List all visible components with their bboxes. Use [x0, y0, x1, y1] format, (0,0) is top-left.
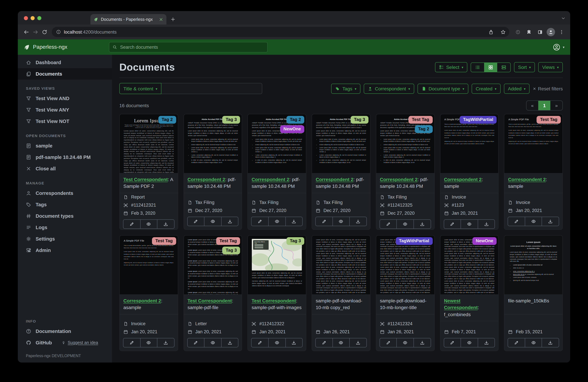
edit-button[interactable] [123, 220, 140, 228]
view-button[interactable] [268, 338, 285, 347]
sidebar-item-correspondents[interactable]: Correspondents [18, 187, 112, 199]
view-button[interactable] [397, 338, 414, 347]
view-button[interactable] [332, 338, 349, 347]
tab-close-icon[interactable] [159, 17, 163, 22]
zoom-window-button[interactable] [37, 16, 41, 20]
views-button[interactable]: Views▾ [538, 62, 563, 72]
edit-button[interactable] [123, 338, 140, 347]
download-button[interactable] [478, 338, 495, 347]
tag-badge[interactable]: Test Tag [152, 237, 176, 245]
edit-button[interactable] [444, 338, 461, 347]
edit-button[interactable] [508, 338, 525, 347]
view-button[interactable] [332, 217, 349, 226]
tag-badge[interactable]: TagWithPartial [460, 116, 497, 124]
back-button[interactable] [22, 27, 31, 37]
view-grid-button[interactable] [484, 63, 497, 72]
document-thumbnail[interactable]: Adobe Acrobat PDF FilesAdobe® Portable D… [248, 114, 306, 173]
extensions-button[interactable] [525, 27, 534, 37]
reset-filters-button[interactable]: ×Reset filters [533, 86, 563, 91]
download-button[interactable] [478, 220, 495, 228]
sidebar-item-test-view-not[interactable]: Test View NOT [18, 116, 112, 127]
correspondent-link[interactable]: Correspondent 2 [252, 177, 289, 182]
sidebar-item-test-view-any[interactable]: Test View ANY [18, 104, 112, 116]
tag-badge[interactable]: Tag 3 [222, 116, 240, 124]
document-thumbnail[interactable]: A Simple PDF FileThis is a small demonst… [440, 114, 498, 173]
sidebar-item-dashboard[interactable]: Dashboard [18, 57, 112, 68]
view-button[interactable] [525, 217, 542, 226]
sidebar-item-document-types[interactable]: Document types [18, 210, 112, 222]
minimize-window-button[interactable] [31, 16, 35, 20]
tag-badge[interactable]: Tag 2 [158, 116, 176, 124]
correspondent-link[interactable]: Correspondent 2 [316, 177, 353, 182]
document-thumbnail[interactable]: Adobe Acrobat PDF FilesAdobe® Portable D… [312, 114, 370, 173]
bookmark-button[interactable] [499, 27, 508, 37]
correspondent-link[interactable]: Test Correspondent [188, 298, 232, 303]
browser-profile-button[interactable] [547, 28, 555, 36]
sidebar-item-logs[interactable]: Logs [18, 222, 112, 233]
tag-badge[interactable]: Tag 3 [351, 116, 368, 124]
filter-tags-button[interactable]: Tags▾ [331, 83, 360, 94]
app-brand[interactable]: Paperless-ngx [23, 44, 67, 50]
download-button[interactable] [157, 220, 174, 228]
edit-button[interactable] [508, 217, 525, 226]
document-thumbnail[interactable]: Boundary Waters TripLorem ipsum dolor si… [248, 236, 306, 294]
view-button[interactable] [140, 220, 157, 228]
sidebar-item-admin[interactable]: Admin [18, 245, 112, 256]
download-button[interactable] [221, 338, 238, 347]
search-input[interactable] [120, 44, 264, 50]
download-button[interactable] [285, 217, 302, 226]
tag-badge[interactable]: NewOne [473, 237, 497, 245]
site-info-icon[interactable] [56, 30, 61, 34]
view-list-button[interactable] [471, 63, 484, 72]
view-button[interactable] [204, 217, 221, 226]
browser-menu-button[interactable] [557, 27, 566, 37]
edit-button[interactable] [252, 217, 268, 226]
pagination-prev[interactable]: « [526, 101, 538, 110]
tag-badge[interactable]: Tag 2 [286, 116, 304, 124]
tag-badge[interactable]: Test Tag [537, 116, 561, 124]
tag-badge[interactable]: NewOne [280, 125, 304, 133]
tag-badge[interactable]: Test Tag [408, 116, 433, 124]
forward-button[interactable] [31, 27, 40, 37]
sidebar-item-sample[interactable]: sample [18, 140, 112, 152]
correspondent-link[interactable]: Correspondent 2 [444, 177, 482, 182]
account-menu[interactable]: ▾ [553, 43, 565, 51]
document-thumbnail[interactable]: Adobe Acrobat PDF FilesAdobe® Portable D… [184, 114, 242, 173]
tag-badge[interactable]: TagWithPartial [396, 237, 433, 245]
sidebar-item-settings[interactable]: Settings [18, 233, 112, 245]
browser-tab[interactable]: Documents - Paperless-ngx [90, 14, 167, 24]
filter-added-button[interactable]: Added▾ [504, 83, 530, 94]
correspondent-link[interactable]: Correspondent 2 [380, 177, 418, 182]
document-thumbnail[interactable]: Lorem ipsum dolor sit amet, consectetur … [376, 236, 434, 294]
view-button[interactable] [397, 220, 414, 228]
correspondent-link[interactable]: Correspondent 2 [508, 177, 546, 182]
document-thumbnail[interactable]: Lorem Ipsum Lorem ipsum dolor sit amet, … [184, 236, 242, 294]
download-button[interactable] [414, 220, 430, 228]
sidebar-item-github[interactable]: GitHubSuggest an idea [18, 337, 112, 348]
filter-correspondent-button[interactable]: Correspondent▾ [364, 83, 414, 94]
correspondent-link[interactable]: Correspondent 2 [188, 177, 225, 182]
download-button[interactable] [350, 217, 366, 226]
view-button[interactable] [525, 338, 542, 347]
sidebar-item-documents[interactable]: Documents [18, 68, 112, 80]
tag-badge[interactable]: Tag 2 [415, 125, 433, 133]
suggest-an-idea-link[interactable]: Suggest an idea [62, 340, 98, 345]
view-button[interactable] [461, 220, 478, 228]
document-thumbnail[interactable]: A Simple PDF FileThis is a small demonst… [120, 236, 178, 294]
document-thumbnail[interactable]: Lorem ipsumLorem ipsum dolor sit amet, c… [504, 236, 563, 294]
view-button[interactable] [140, 338, 157, 347]
filter-document-type-button[interactable]: Document type▾ [418, 83, 468, 94]
document-thumbnail[interactable]: Lorem Ipsum"Neque porro quisquam est qui… [120, 114, 178, 173]
download-button[interactable] [542, 338, 559, 347]
view-button[interactable] [204, 338, 221, 347]
document-thumbnail[interactable]: Lorem ipsum dolor sit amet, consectetur … [312, 236, 370, 294]
tag-badge[interactable]: Test Tag [216, 237, 240, 245]
tag-badge[interactable]: Tag 3 [286, 237, 304, 245]
pagination-next[interactable]: » [550, 101, 563, 110]
sidebar-item-close-all[interactable]: Close all [18, 163, 112, 174]
filter-field-select[interactable]: Title & content▾ [119, 83, 161, 94]
pagination-page-1[interactable]: 1 [538, 101, 550, 110]
filter-text-input[interactable] [161, 83, 262, 94]
share-button[interactable] [486, 27, 496, 37]
sidebar-item-tags[interactable]: Tags [18, 199, 112, 210]
